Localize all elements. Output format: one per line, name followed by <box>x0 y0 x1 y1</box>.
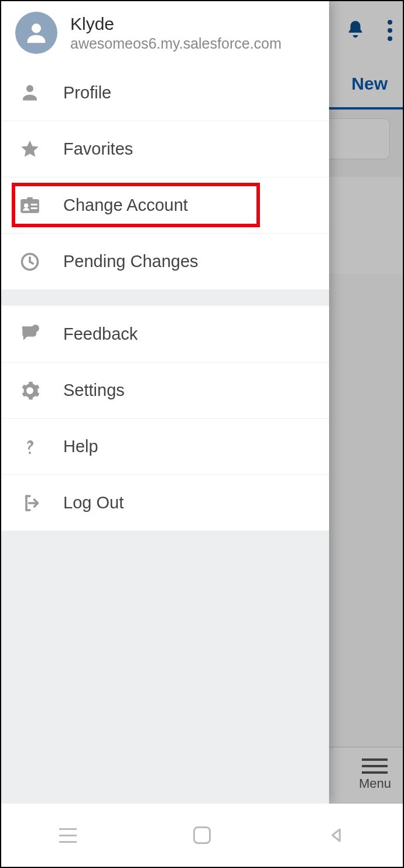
navigation-drawer: Klyde awesomeos6.my.salesforce.com Profi… <box>1 1 329 804</box>
menu-item-change-account[interactable]: Change Account <box>1 177 329 233</box>
menu-item-label: Settings <box>63 381 125 400</box>
user-header[interactable]: Klyde awesomeos6.my.salesforce.com <box>1 1 329 64</box>
clock-icon <box>16 251 43 272</box>
svg-point-1 <box>26 85 33 92</box>
user-name: Klyde <box>70 14 282 34</box>
home-icon <box>193 826 211 844</box>
svg-point-8 <box>32 324 39 332</box>
svg-point-9 <box>28 388 32 392</box>
svg-point-0 <box>32 23 41 33</box>
menu-item-label: Profile <box>63 83 111 102</box>
svg-rect-5 <box>31 203 37 205</box>
recents-icon <box>59 828 77 843</box>
svg-point-4 <box>24 203 29 208</box>
system-nav-bar <box>1 804 403 867</box>
feedback-icon <box>16 323 43 345</box>
menu-item-label: Favorites <box>63 139 133 159</box>
menu-item-feedback[interactable]: Feedback <box>1 306 329 362</box>
gear-icon <box>16 380 43 401</box>
nav-recents-button[interactable] <box>57 825 78 846</box>
star-icon <box>16 139 43 160</box>
menu-item-label: Pending Changes <box>63 252 198 271</box>
menu-group-2: Feedback Settings Help Log Out <box>1 306 329 531</box>
logout-icon <box>16 493 43 514</box>
svg-rect-6 <box>31 207 37 209</box>
question-icon <box>16 436 43 457</box>
menu-group-1: Profile Favorites Change Account Pending… <box>1 64 329 289</box>
menu-item-favorites[interactable]: Favorites <box>1 121 329 177</box>
menu-item-label: Feedback <box>63 324 138 344</box>
menu-item-pending-changes[interactable]: Pending Changes <box>1 233 329 289</box>
person-icon <box>16 82 43 103</box>
svg-rect-2 <box>20 199 39 213</box>
menu-item-profile[interactable]: Profile <box>1 64 329 121</box>
id-card-icon <box>16 194 43 217</box>
nav-home-button[interactable] <box>191 825 213 846</box>
nav-back-button[interactable] <box>326 825 347 846</box>
menu-item-label: Log Out <box>63 493 124 512</box>
menu-divider <box>1 289 329 306</box>
user-domain: awesomeos6.my.salesforce.com <box>70 35 282 52</box>
menu-item-label: Change Account <box>63 196 188 215</box>
menu-item-help[interactable]: Help <box>1 418 329 474</box>
menu-item-logout[interactable]: Log Out <box>1 474 329 531</box>
back-triangle-icon <box>327 826 345 844</box>
svg-rect-3 <box>27 197 33 200</box>
avatar <box>15 12 57 54</box>
menu-item-label: Help <box>63 437 98 456</box>
menu-item-settings[interactable]: Settings <box>1 362 329 418</box>
